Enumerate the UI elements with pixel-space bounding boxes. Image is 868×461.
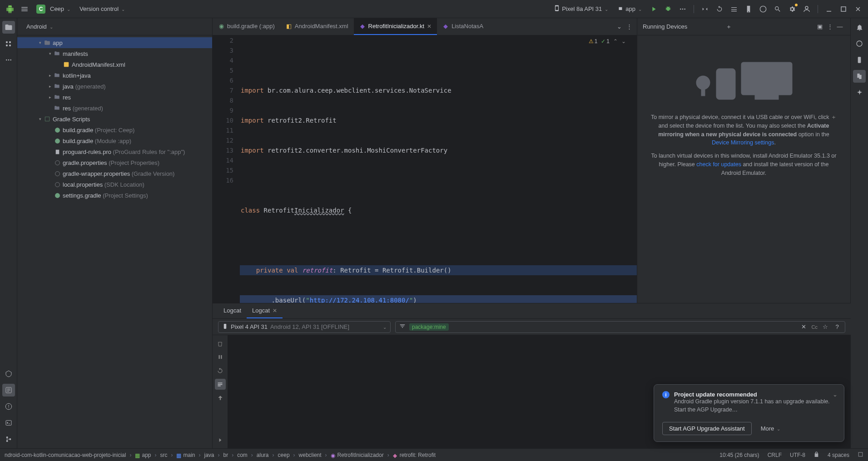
tab-build-gradle[interactable]: ◉build.gradle (:app) — [213, 18, 280, 35]
logcat-tool-tab[interactable]: Logcat — [218, 303, 247, 318]
resource-manager-icon[interactable] — [2, 37, 15, 50]
case-sensitive-toggle[interactable]: Cc — [812, 324, 818, 330]
sync-icon[interactable] — [713, 3, 726, 15]
line-separator-label[interactable]: CRLF — [768, 452, 782, 458]
encoding-label[interactable]: UTF-8 — [790, 452, 805, 458]
notification-expand-icon[interactable]: ⌄ — [833, 391, 838, 398]
device-mirroring-settings-link[interactable]: Device Mirroring settings — [712, 139, 774, 146]
svg-point-36 — [6, 436, 8, 438]
clear-filter-icon[interactable]: ✕ — [800, 323, 808, 331]
add-device-button[interactable]: ＋ — [724, 22, 734, 32]
version-control-dropdown[interactable]: Version control — [76, 4, 129, 14]
favorite-filter-icon[interactable]: ☆ — [821, 323, 829, 331]
problems-tool-icon[interactable] — [2, 400, 15, 413]
tree-node-java-gen[interactable]: ▸java (generated) — [17, 81, 212, 92]
rd-emulator-instructions: To launch virtual devices in this window… — [650, 152, 838, 177]
clear-log-icon[interactable] — [215, 338, 226, 349]
tab-listanotas[interactable]: ◆ListaNotasA — [437, 18, 489, 35]
scroll-to-end-icon[interactable] — [215, 379, 226, 390]
terminal-tool-icon[interactable] — [2, 416, 15, 429]
run-config-selector[interactable]: app — [614, 3, 645, 15]
filter-icon — [399, 323, 406, 331]
filter-pill: package:mine — [409, 323, 449, 331]
pause-log-icon[interactable] — [215, 352, 226, 362]
project-tree[interactable]: ▾app ▾manifests AndroidManifest.xml ▸kot… — [17, 35, 212, 448]
status-menu-icon[interactable] — [858, 451, 863, 459]
svg-point-21 — [697, 76, 709, 89]
tree-node-build-gradle-module[interactable]: build.gradle (Module :app) — [17, 135, 212, 146]
logcat-device-selector[interactable]: Pixel 4 API 31 Android 12, API 31 [OFFLI… — [218, 321, 391, 333]
restart-log-icon[interactable] — [215, 365, 226, 376]
maximize-window-icon[interactable] — [837, 3, 850, 15]
project-view-selector[interactable]: Android — [23, 21, 57, 32]
gemini-icon[interactable] — [853, 86, 866, 99]
minimize-window-icon[interactable] — [823, 3, 835, 15]
main-menu-icon[interactable] — [18, 3, 31, 15]
tree-node-build-gradle-project[interactable]: build.gradle (Project: Ceep) — [17, 124, 212, 135]
breadcrumb-bar[interactable]: ndroid-com-kotlin-comunicacao-web-projet… — [5, 452, 718, 458]
check-for-updates-link[interactable]: check for updates — [696, 161, 741, 168]
project-name-label: Ceep — [50, 5, 64, 12]
more-tools-icon[interactable] — [2, 54, 15, 66]
tree-node-proguard[interactable]: proguard-rules.pro (ProGuard Rules for "… — [17, 146, 212, 157]
tree-node-gradle-properties[interactable]: gradle.properties (Project Properties) — [17, 157, 212, 168]
svg-point-15 — [55, 139, 60, 144]
run-button[interactable] — [647, 3, 660, 15]
notifications-icon[interactable] — [853, 21, 866, 34]
cursor-position-label[interactable]: 10:45 (26 chars) — [719, 452, 759, 458]
options-icon[interactable]: ⋮ — [825, 22, 835, 32]
app-quality-icon[interactable] — [2, 367, 15, 380]
more-actions-icon[interactable] — [676, 3, 689, 15]
search-everywhere-icon[interactable] — [771, 3, 784, 15]
svg-rect-16 — [55, 149, 59, 154]
previous-item-icon[interactable] — [215, 392, 226, 403]
project-tool-icon[interactable] — [2, 21, 15, 34]
running-devices-icon[interactable] — [853, 70, 866, 83]
logcat-tool-icon[interactable] — [2, 384, 15, 397]
read-only-toggle-icon[interactable] — [813, 451, 819, 459]
tab-manifest[interactable]: ◧AndroidManifest.xml — [280, 18, 354, 35]
code-with-me-icon[interactable] — [699, 3, 711, 15]
svg-rect-28 — [221, 355, 222, 359]
gradle-elephant-icon[interactable] — [757, 3, 769, 15]
version-control-tool-icon[interactable] — [2, 433, 15, 446]
device-selector[interactable]: Pixel 8a API 31 — [550, 3, 612, 15]
tab-options-icon[interactable]: ⋮ — [624, 22, 634, 32]
gradle-panel-icon[interactable] — [853, 37, 866, 50]
debug-button[interactable] — [662, 3, 675, 15]
notification-more-dropdown[interactable]: More — [757, 423, 784, 434]
tab-dropdown-icon[interactable]: ⌄ — [614, 22, 624, 32]
tree-node-manifests[interactable]: ▾manifests — [17, 48, 212, 59]
android-logo-icon[interactable] — [4, 3, 16, 15]
tree-node-res-gen[interactable]: res (generated) — [17, 103, 212, 114]
close-window-icon[interactable] — [852, 3, 864, 15]
sync-status-icon[interactable] — [728, 3, 740, 15]
project-selector[interactable]: C Ceep — [33, 3, 74, 15]
minimize-panel-icon[interactable]: — — [835, 22, 845, 32]
tree-node-androidmanifest[interactable]: AndroidManifest.xml — [17, 59, 212, 70]
expand-tools-icon[interactable] — [215, 435, 226, 446]
running-devices-shortcut-icon[interactable] — [742, 3, 755, 15]
logcat-inner-tab[interactable]: Logcat✕ — [247, 303, 283, 318]
indent-label[interactable]: 4 spaces — [828, 452, 849, 458]
tree-node-app[interactable]: ▾app — [17, 37, 212, 48]
tree-node-settings-gradle[interactable]: settings.gradle (Project Settings) — [17, 190, 212, 201]
device-manager-icon[interactable] — [853, 54, 866, 66]
settings-icon[interactable] — [786, 3, 799, 15]
running-devices-title: Running Devices — [643, 23, 724, 30]
tree-node-gradle-scripts[interactable]: ▾Gradle Scripts — [17, 114, 212, 124]
close-logcat-tab-icon[interactable]: ✕ — [273, 307, 277, 314]
window-mode-icon[interactable]: ▣ — [815, 22, 825, 32]
filter-help-icon[interactable]: ? — [833, 323, 841, 331]
account-icon[interactable] — [800, 3, 813, 15]
tree-node-gradle-wrapper[interactable]: gradle-wrapper.properties (Gradle Versio… — [17, 168, 212, 179]
close-tab-icon[interactable]: ✕ — [427, 23, 432, 30]
code-editor[interactable]: 2345678910111213141516 import br.com.alu… — [213, 35, 637, 303]
tab-retrofit-init[interactable]: ◆RetrofitInicializador.kt✕ — [354, 18, 437, 35]
svg-point-19 — [55, 182, 60, 187]
logcat-filter-input[interactable]: package:mine ✕ Cc ☆ ? — [395, 321, 845, 333]
tree-node-local-properties[interactable]: local.properties (SDK Location) — [17, 179, 212, 190]
start-agp-upgrade-button[interactable]: Start AGP Upgrade Assistant — [662, 422, 752, 435]
tree-node-res[interactable]: ▸res — [17, 92, 212, 103]
tree-node-kotlin-java[interactable]: ▸kotlin+java — [17, 70, 212, 81]
